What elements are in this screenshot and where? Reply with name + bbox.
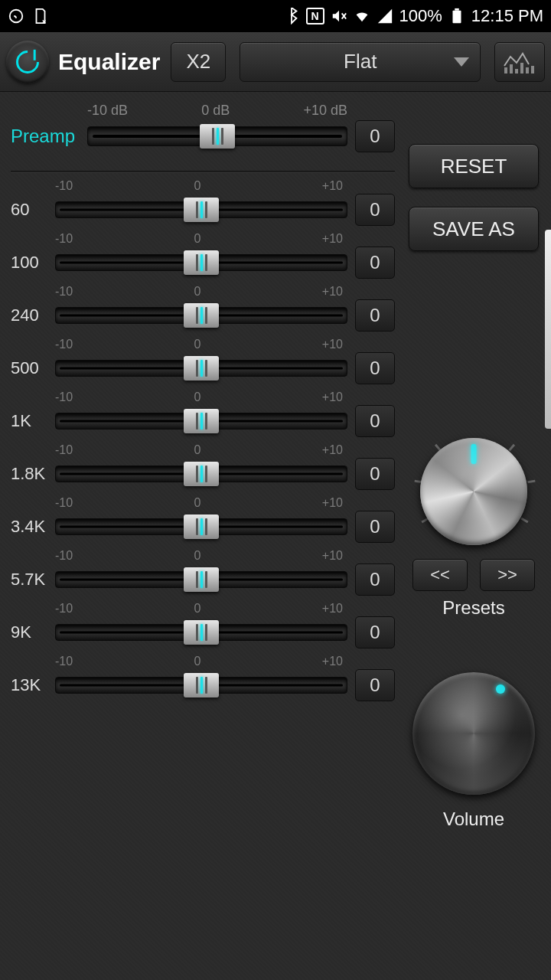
band-9K: -100+109K0 [11,602,395,648]
band-slider-240[interactable] [55,307,347,324]
preamp-section: -10 dB 0 dB +10 dB Preamp 0 [11,103,395,152]
band-thumb[interactable] [184,673,219,697]
band-3.4K: -100+103.4K0 [11,496,395,543]
volume-knob[interactable] [412,672,535,795]
svg-rect-8 [531,66,534,74]
band-freq-label: 3.4K [11,517,47,537]
svg-rect-4 [510,64,513,74]
clock: 12:15 PM [471,6,543,26]
band-1K: -100+101K0 [11,390,395,437]
band-slider-500[interactable] [55,360,347,377]
band-value: 0 [355,616,395,648]
band-value: 0 [355,299,395,332]
band-thumb[interactable] [184,620,219,645]
volume-knob-section: Volume [405,665,543,830]
signal-icon [377,8,393,24]
band-13K: -100+1013K0 [11,655,395,701]
save-as-button[interactable]: SAVE AS [409,207,539,251]
side-drawer-handle[interactable] [545,230,551,429]
band-value: 0 [355,405,395,437]
band-slider-9K[interactable] [55,624,347,641]
preamp-label: Preamp [11,126,80,147]
band-value: 0 [355,194,395,226]
svg-rect-2 [455,8,459,11]
screen-title: Equalizer [58,49,160,75]
reset-button[interactable]: RESET [409,144,539,188]
band-freq-label: 500 [11,358,47,378]
mute-icon [331,8,347,24]
band-value: 0 [355,511,395,543]
band-slider-3.4K[interactable] [55,518,347,535]
preset-next-button[interactable]: >> [480,559,535,591]
band-freq-label: 240 [11,305,47,325]
band-100: -100+101000 [11,232,395,279]
preamp-slider[interactable] [87,126,347,146]
svg-rect-7 [526,67,529,74]
bluetooth-icon [283,8,300,24]
presets-knob[interactable] [420,438,527,545]
band-60: -100+10600 [11,179,395,226]
battery-pct: 100% [399,6,442,26]
status-bar: N 100% 12:15 PM [0,0,551,32]
band-slider-60[interactable] [55,201,347,218]
svg-rect-3 [504,67,507,74]
band-slider-1K[interactable] [55,413,347,430]
band-value: 0 [355,247,395,279]
nfc-icon: N [306,8,324,24]
divider [11,171,395,173]
svg-rect-5 [515,69,518,74]
wifi-icon [354,8,370,24]
band-thumb[interactable] [184,409,219,433]
band-value: 0 [355,458,395,490]
volume-label: Volume [443,808,504,830]
preset-prev-button[interactable]: << [412,559,468,591]
cast-icon [8,8,24,24]
svg-rect-6 [520,63,523,74]
band-thumb[interactable] [184,198,219,222]
band-value: 0 [355,669,395,701]
band-value: 0 [355,352,395,384]
band-freq-label: 1.8K [11,464,47,484]
band-slider-13K[interactable] [55,677,347,694]
band-thumb[interactable] [184,514,219,539]
presets-knob-section: << >> Presets [412,430,535,619]
presets-label: Presets [442,597,504,619]
band-1.8K: -100+101.8K0 [11,443,395,490]
band-slider-100[interactable] [55,254,347,271]
svg-rect-1 [452,11,461,24]
band-thumb[interactable] [184,356,219,381]
band-freq-label: 1K [11,411,47,431]
preset-selected: Flat [344,50,377,74]
band-slider-1.8K[interactable] [55,466,347,482]
doc-icon [32,8,49,24]
band-5.7K: -100+105.7K0 [11,549,395,596]
band-freq-label: 5.7K [11,570,47,590]
band-slider-5.7K[interactable] [55,571,347,588]
band-freq-label: 13K [11,675,47,695]
band-thumb[interactable] [184,303,219,328]
preamp-value: 0 [355,120,395,152]
battery-icon [448,8,465,24]
preamp-thumb[interactable] [200,124,235,149]
band-freq-label: 100 [11,253,47,273]
band-thumb[interactable] [184,567,219,592]
band-thumb[interactable] [184,250,219,275]
band-value: 0 [355,564,395,596]
band-500: -100+105000 [11,338,395,384]
band-freq-label: 60 [11,200,47,220]
visualizer-button[interactable] [494,42,545,82]
app-header: Equalizer X2 Flat [0,32,551,92]
x2-button[interactable]: X2 [171,42,226,82]
preset-dropdown[interactable]: Flat [240,42,481,82]
band-240: -100+102400 [11,285,395,332]
chevron-down-icon [454,57,469,67]
band-freq-label: 9K [11,622,47,642]
band-thumb[interactable] [184,462,219,486]
power-button[interactable] [6,41,49,83]
